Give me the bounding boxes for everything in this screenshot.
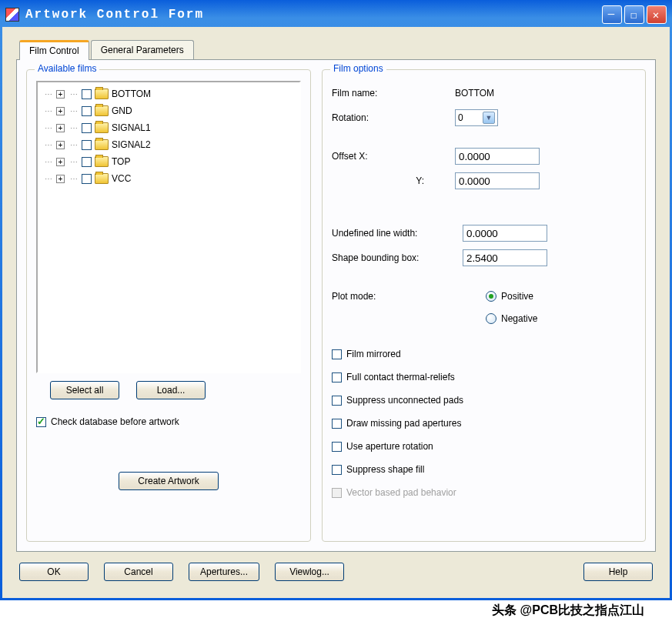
viewlog-button[interactable]: Viewlog... — [275, 563, 344, 581]
film-checkbox[interactable] — [82, 89, 92, 99]
offset-y-label: Y: — [332, 175, 432, 186]
tab-general-parameters[interactable]: General Parameters — [91, 40, 194, 59]
undef-lw-input[interactable] — [463, 225, 547, 242]
film-label: GND — [112, 105, 132, 116]
tree-connector-icon: ⋯ — [42, 90, 53, 99]
select-all-button[interactable]: Select all — [50, 381, 119, 399]
rotation-label: Rotation: — [332, 112, 455, 123]
apertures-button[interactable]: Apertures... — [189, 563, 259, 581]
create-artwork-button[interactable]: Create Artwork — [119, 472, 219, 490]
chevron-down-icon[interactable]: ▼ — [483, 112, 495, 124]
film-checkbox[interactable] — [82, 123, 92, 133]
tree-row[interactable]: ⋯ + ⋯ TOP — [42, 153, 295, 170]
draw-missing-checkbox[interactable] — [332, 419, 342, 429]
offset-y-input[interactable] — [455, 172, 540, 189]
expand-icon[interactable]: + — [56, 158, 65, 166]
positive-label: Positive — [501, 291, 533, 302]
film-name-label: Film name: — [332, 88, 455, 99]
tree-row[interactable]: ⋯ + ⋯ SIGNAL2 — [42, 136, 295, 153]
maximize-button[interactable]: ☐ — [624, 5, 644, 24]
film-label: TOP — [112, 156, 130, 167]
expand-icon[interactable]: + — [56, 124, 65, 132]
tree-connector-icon: ⋯ — [68, 141, 79, 149]
tree-connector-icon: ⋯ — [42, 107, 53, 115]
tree-connector-icon: ⋯ — [42, 175, 53, 183]
folder-icon — [95, 139, 109, 150]
ok-button[interactable]: OK — [19, 563, 89, 581]
check-db-checkbox[interactable] — [36, 417, 46, 427]
tree-row[interactable]: ⋯ + ⋯ BOTTOM — [42, 85, 295, 102]
vector-pad-checkbox — [332, 488, 342, 498]
full-contact-label: Full contact thermal-reliefs — [346, 372, 455, 382]
folder-icon — [95, 156, 109, 167]
full-contact-checkbox[interactable] — [332, 372, 342, 382]
minimize-button[interactable]: ─ — [602, 5, 622, 24]
suppress-fill-label: Suppress shape fill — [346, 464, 424, 475]
tree-connector-icon: ⋯ — [42, 141, 53, 149]
load-button[interactable]: Load... — [136, 381, 206, 399]
titlebar[interactable]: Artwork Control Form ─ ☐ ✕ — [2, 2, 670, 27]
cancel-button[interactable]: Cancel — [104, 563, 173, 581]
tree-row[interactable]: ⋯ + ⋯ SIGNAL1 — [42, 119, 295, 136]
app-icon — [5, 8, 19, 22]
available-films-legend: Available films — [35, 63, 99, 74]
undef-lw-label: Undefined line width: — [332, 228, 463, 239]
bottom-button-bar: OK Cancel Apertures... Viewlog... Help — [16, 552, 656, 584]
expand-icon[interactable]: + — [56, 90, 65, 99]
film-label: SIGNAL2 — [112, 139, 151, 150]
film-checkbox[interactable] — [82, 174, 92, 184]
film-checkbox[interactable] — [82, 157, 92, 167]
use-aperture-checkbox[interactable] — [332, 442, 342, 452]
shape-bb-label: Shape bounding box: — [332, 252, 463, 263]
negative-label: Negative — [501, 313, 537, 324]
offset-x-label: Offset X: — [332, 151, 455, 162]
help-button[interactable]: Help — [583, 563, 653, 581]
film-options-group: Film options Film name: BOTTOM Rotation:… — [322, 69, 646, 542]
film-mirrored-checkbox[interactable] — [332, 349, 342, 359]
tree-connector-icon: ⋯ — [68, 175, 79, 183]
shape-bb-input[interactable] — [463, 249, 547, 266]
close-button[interactable]: ✕ — [647, 5, 667, 24]
tree-connector-icon: ⋯ — [68, 107, 79, 115]
rotation-select[interactable]: 0 ▼ — [455, 109, 498, 126]
tree-connector-icon: ⋯ — [68, 90, 79, 99]
tab-film-control[interactable]: Film Control — [19, 40, 89, 60]
positive-radio[interactable] — [486, 291, 496, 302]
suppress-pads-checkbox[interactable] — [332, 396, 342, 406]
negative-radio[interactable] — [486, 313, 496, 324]
film-options-legend: Film options — [330, 63, 386, 74]
use-aperture-label: Use aperture rotation — [346, 441, 433, 452]
window-frame: Artwork Control Form ─ ☐ ✕ Film Control … — [0, 0, 672, 600]
film-label: BOTTOM — [112, 89, 151, 99]
check-db-label: Check database before artwork — [51, 416, 179, 427]
expand-icon[interactable]: + — [56, 175, 65, 183]
film-checkbox[interactable] — [82, 106, 92, 116]
tree-connector-icon: ⋯ — [68, 124, 79, 132]
suppress-fill-checkbox[interactable] — [332, 465, 342, 475]
expand-icon[interactable]: + — [56, 107, 65, 115]
tree-connector-icon: ⋯ — [42, 158, 53, 166]
plot-mode-label: Plot mode: — [332, 291, 455, 302]
films-tree[interactable]: ⋯ + ⋯ BOTTOM ⋯ + ⋯ — [36, 81, 301, 373]
film-mirrored-label: Film mirrored — [346, 349, 401, 359]
tree-row[interactable]: ⋯ + ⋯ GND — [42, 102, 295, 119]
folder-icon — [95, 105, 109, 116]
tree-row[interactable]: ⋯ + ⋯ VCC — [42, 170, 295, 187]
client-area: Film Control General Parameters Availabl… — [2, 27, 670, 598]
tabstrip: Film Control General Parameters — [19, 38, 656, 59]
watermark: 头条 @PCB比技之指点江山 — [487, 601, 649, 620]
rotation-value: 0 — [458, 112, 463, 123]
film-checkbox[interactable] — [82, 140, 92, 150]
vector-pad-label: Vector based pad behavior — [346, 487, 456, 498]
film-label: VCC — [112, 173, 131, 184]
folder-icon — [95, 89, 109, 99]
draw-missing-label: Draw missing pad apertures — [346, 418, 461, 429]
suppress-pads-label: Suppress unconnected pads — [346, 395, 463, 406]
tree-connector-icon: ⋯ — [68, 158, 79, 166]
offset-x-input[interactable] — [455, 148, 540, 165]
folder-icon — [95, 122, 109, 133]
available-films-group: Available films ⋯ + ⋯ BOTTOM ⋯ + — [26, 69, 311, 542]
film-name-value: BOTTOM — [455, 88, 494, 99]
expand-icon[interactable]: + — [56, 141, 65, 149]
folder-icon — [95, 173, 109, 184]
